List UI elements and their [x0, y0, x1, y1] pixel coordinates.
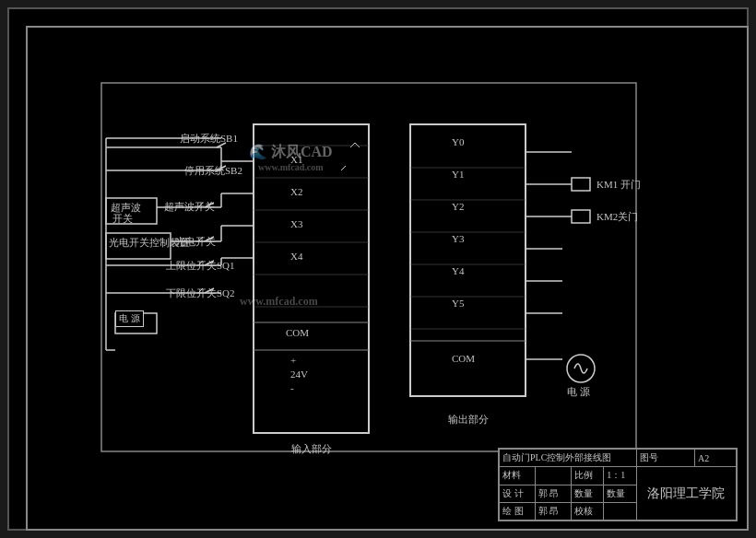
terminal-com-input: COM: [286, 327, 309, 338]
input-section-label: 输入部分: [254, 442, 369, 456]
output-section-label: 输出部分: [410, 413, 526, 427]
terminal-minus: -: [290, 382, 294, 393]
field-quantity-label: 数量: [571, 485, 604, 502]
svg-line-9: [350, 143, 355, 147]
signal-km2: KM2关门: [597, 210, 638, 224]
signal-ultrasonic-label2: 开关: [112, 212, 133, 226]
power-label-right: 电 源: [567, 385, 590, 399]
signal-photo-switch: 光电开关: [175, 235, 216, 249]
wiring-diagram: [55, 55, 747, 516]
terminal-24v: 24V: [290, 368, 308, 380]
terminal-x3: X3: [290, 218, 302, 229]
watermark2: www.mfcad.com: [240, 295, 318, 309]
field-check-val: [604, 502, 637, 520]
field-quantity-val: 数量: [604, 485, 637, 502]
signal-ultrasonic-switch: 超声波开关: [164, 200, 215, 214]
field-check-label: 校核: [571, 502, 604, 520]
signal-sb1: 启动系统SB1: [180, 132, 238, 146]
terminal-plus: +: [290, 355, 296, 366]
field-material-val: [535, 467, 571, 485]
signal-sq1: 上限位开关SQ1: [166, 259, 235, 273]
power-label-left: 电 源: [115, 310, 144, 327]
diagram-title: 自动门PLC控制外部接线图: [500, 450, 637, 467]
field-material-label: 材料: [500, 467, 536, 485]
terminal-x2: X2: [290, 186, 302, 197]
terminal-y1: Y1: [452, 169, 464, 180]
terminal-y0: Y0: [452, 136, 464, 147]
terminal-x4: X4: [290, 251, 302, 262]
field-draw-label: 绘 图: [500, 502, 536, 520]
field-ratio-val: 1：1: [604, 467, 637, 485]
title-block: 自动门PLC控制外部接线图 图号 A2 材料 比例 1：1 洛阳理工学院 设 计…: [498, 448, 738, 521]
svg-line-10: [355, 143, 360, 147]
watermark: 🌊 沐风CAD www.mfcad.com: [249, 143, 333, 172]
diagram-area: 🌊 沐风CAD www.mfcad.com www.mfcad.com: [55, 55, 747, 516]
field-design-val: 郭 昂: [535, 485, 571, 502]
field-design-label: 设 计: [500, 485, 536, 502]
svg-rect-35: [572, 210, 590, 223]
signal-sb2: 停用系统SB2: [184, 164, 242, 178]
terminal-y4: Y4: [452, 265, 464, 276]
field-tuhao-label: 图号: [636, 450, 694, 467]
diagram-container: 🌊 沐风CAD www.mfcad.com www.mfcad.com: [26, 26, 749, 531]
terminal-y2: Y2: [452, 201, 464, 212]
field-ratio-label: 比例: [571, 467, 604, 485]
signal-sq2: 下限位开关SQ2: [166, 287, 235, 300]
svg-rect-33: [572, 178, 590, 191]
field-draw-val: 郭 昂: [535, 502, 571, 520]
terminal-y3: Y3: [452, 233, 464, 244]
field-tuhao-val: A2: [695, 450, 737, 467]
terminal-com-output: COM: [452, 353, 475, 364]
school-name: 洛阳理工学院: [636, 467, 736, 520]
svg-line-13: [341, 166, 346, 170]
signal-km1: KM1 开门: [597, 178, 641, 192]
terminal-y5: Y5: [452, 298, 464, 309]
